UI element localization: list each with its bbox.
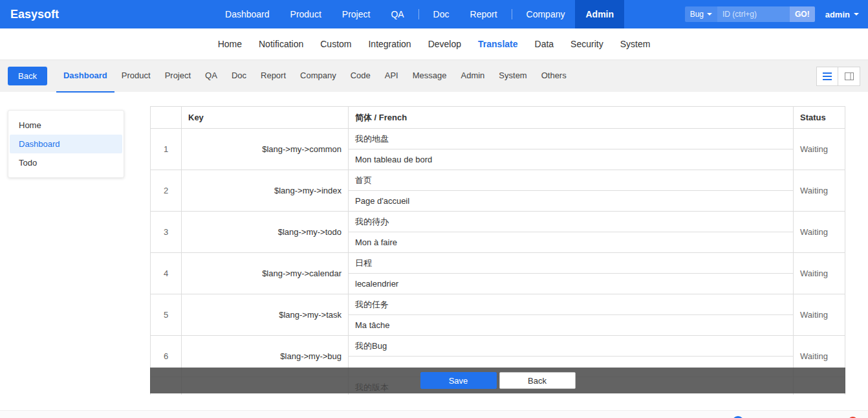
tab-dashboard[interactable]: Dashboard [56,60,114,93]
tab-qa[interactable]: QA [198,60,224,93]
header-index [151,107,182,129]
row-key: $lang->my->calendar [182,253,349,294]
row-translation-text[interactable]: lecalendrier [349,274,794,294]
topnav-item-qa[interactable]: QA [380,0,414,28]
row-status: Waiting [794,212,845,253]
translate-table: Key 简体 / French Status 1$lang->my->commo… [150,106,845,395]
translate-table-body: 1$lang->my->common我的地盘WaitingMon tableau… [151,129,845,395]
row-source-text: 首页 [349,170,794,191]
row-status: Waiting [794,253,845,294]
translate-table-wrap: Key 简体 / French Status 1$lang->my->commo… [150,106,845,395]
action-bar: Save Back [150,368,845,393]
row-status: Waiting [794,129,845,170]
sidebar-item-dashboard[interactable]: Dashboard [10,135,122,153]
search-type-label: Bug [690,10,704,19]
toolbar: Back DashboardProductProjectQADocReportC… [0,60,868,92]
footer-right: Designed by AIUX ZenTao11.6 ZenTao Pro ? [663,416,858,418]
row-status: Waiting [794,170,845,212]
row-translation-text[interactable]: Page d'accueil [349,191,794,212]
row-index: 3 [151,212,182,253]
sidebar-item-home[interactable]: Home [10,116,122,135]
table-row: 6$lang->my->bug我的BugWaiting [151,336,845,357]
row-status: Waiting [794,294,845,336]
tab-product[interactable]: Product [114,60,158,93]
back-button[interactable]: Back [8,67,47,85]
row-index: 5 [151,294,182,336]
header-translation: 简体 / French [349,107,794,129]
table-row: 1$lang->my->common我的地盘Waiting [151,129,845,149]
row-translation-text[interactable]: Mon tableau de bord [349,149,794,170]
tab-report[interactable]: Report [254,60,293,93]
row-source-text: 日程 [349,253,794,274]
subnav-item-integration[interactable]: Integration [360,28,419,60]
brand-logo[interactable]: Easysoft [0,8,69,21]
back-button-bar[interactable]: Back [499,372,576,389]
topnav-item-admin[interactable]: Admin [575,0,624,28]
nav-divider [418,9,419,19]
tab-message[interactable]: Message [406,60,454,93]
header-key: Key [182,107,349,129]
row-key: $lang->my->task [182,294,349,336]
subnav-item-translate[interactable]: Translate [470,28,526,60]
topbar-right: Bug GO! admin [685,6,868,22]
save-button[interactable]: Save [420,372,497,389]
tab-system[interactable]: System [492,60,534,93]
row-index: 2 [151,170,182,212]
row-translation-text[interactable]: Mon à faire [349,232,794,253]
row-source-text: 我的待办 [349,212,794,232]
topnav-item-report[interactable]: Report [460,0,508,28]
row-source-text: 我的任务 [349,294,794,315]
topnav-item-project[interactable]: Project [332,0,381,28]
row-source-text: 我的地盘 [349,129,794,149]
table-row: 4$lang->my->calendar日程Waiting [151,253,845,274]
subnav-item-develop[interactable]: Develop [420,28,470,60]
zentao-logo-icon [732,416,744,418]
row-translation-text[interactable]: Ma tâche [349,315,794,336]
table-row: 5$lang->my->task我的任务Waiting [151,294,845,315]
tab-code[interactable]: Code [343,60,378,93]
user-name: admin [825,10,850,19]
row-key: $lang->my->common [182,129,349,170]
subnav-item-data[interactable]: Data [526,28,563,60]
caret-down-icon [854,13,859,16]
tab-project[interactable]: Project [158,60,198,93]
row-key: $lang->my->todo [182,212,349,253]
header-status: Status [794,107,845,129]
tab-doc[interactable]: Doc [224,60,254,93]
tab-admin[interactable]: Admin [453,60,492,93]
topbar: Easysoft DashboardProductProjectQADocRep… [0,0,868,28]
search-input[interactable] [717,6,790,22]
admin-subnav: HomeNotificationCustomIntegrationDevelop… [0,28,868,60]
subnav-item-security[interactable]: Security [562,28,612,60]
tab-others[interactable]: Others [534,60,574,93]
module-tabs: DashboardProductProjectQADocReportCompan… [56,60,574,92]
topnav-item-company[interactable]: Company [516,0,576,28]
topnav-item-product[interactable]: Product [280,0,332,28]
footer: ZenTao>Admin>Translate>Translate Module … [0,410,868,418]
row-source-text: 我的Bug [349,336,794,357]
sidebar-item-todo[interactable]: Todo [10,153,122,172]
table-row: 3$lang->my->todo我的待办Waiting [151,212,845,232]
row-index: 1 [151,129,182,170]
view-toggle-group [816,67,860,86]
topnav-item-doc[interactable]: Doc [423,0,460,28]
subnav-item-home[interactable]: Home [210,28,250,60]
table-header-row: Key 简体 / French Status [151,107,845,129]
topnav-item-dashboard[interactable]: Dashboard [215,0,280,28]
tab-company[interactable]: Company [293,60,343,93]
tab-api[interactable]: API [378,60,406,93]
user-menu[interactable]: admin [825,10,859,19]
subnav-item-notification[interactable]: Notification [250,28,312,60]
content: HomeDashboardTodo Key 简体 / French Status… [0,106,868,410]
search-go-button[interactable]: GO! [790,6,815,22]
search-type-dropdown[interactable]: Bug [685,6,717,22]
column-view-icon [845,72,854,80]
global-search: Bug GO! [685,6,815,22]
nav-divider [512,9,512,19]
subnav-item-system[interactable]: System [612,28,659,60]
list-view-button[interactable] [816,67,838,86]
table-row: 2$lang->my->index首页Waiting [151,170,845,191]
subnav-item-custom[interactable]: Custom [312,28,360,60]
column-view-button[interactable] [838,67,860,86]
row-index: 4 [151,253,182,294]
